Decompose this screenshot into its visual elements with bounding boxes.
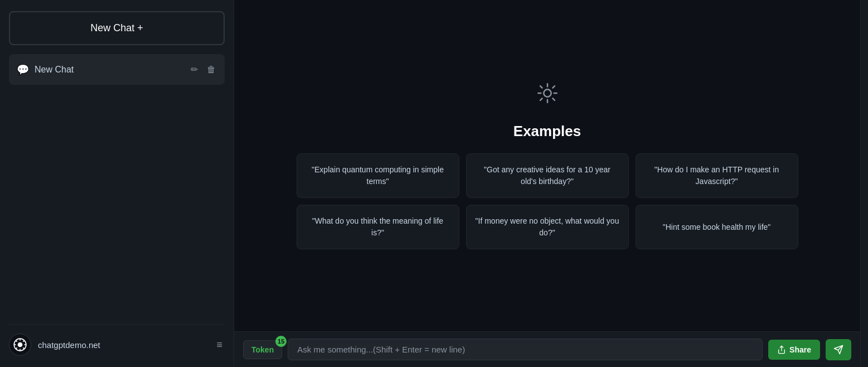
svg-line-6 — [16, 340, 17, 341]
edit-chat-button[interactable]: ✏ — [190, 63, 199, 76]
sidebar: New Chat + 💬 New Chat ✏ 🗑 — [0, 0, 234, 367]
chat-item-left: 💬 New Chat — [17, 64, 74, 76]
svg-line-17 — [552, 86, 555, 88]
new-chat-button[interactable]: New Chat + — [9, 11, 225, 45]
menu-icon-button[interactable]: ≡ — [214, 337, 225, 353]
examples-grid: "Explain quantum computing in simple ter… — [297, 153, 798, 249]
svg-line-9 — [16, 347, 17, 349]
chat-list-item[interactable]: 💬 New Chat ✏ 🗑 — [9, 54, 225, 85]
chat-area: Examples "Explain quantum computing in s… — [234, 0, 860, 331]
scrollbar-area — [860, 0, 868, 367]
chat-bubble-icon: 💬 — [17, 64, 29, 76]
example-card-4[interactable]: "What do you think the meaning of life i… — [297, 205, 459, 249]
svg-line-15 — [540, 86, 542, 88]
svg-line-7 — [23, 347, 24, 349]
svg-point-10 — [544, 89, 551, 96]
input-bar: Token 15 Share — [234, 331, 860, 367]
delete-chat-button[interactable]: 🗑 — [206, 63, 217, 76]
svg-line-8 — [23, 340, 24, 341]
chat-item-actions: ✏ 🗑 — [190, 63, 217, 76]
share-icon — [777, 345, 786, 354]
chat-input[interactable] — [288, 339, 763, 360]
example-card-3[interactable]: "How do I make an HTTP request in Javasc… — [636, 153, 798, 198]
send-icon — [833, 345, 843, 355]
share-button[interactable]: Share — [768, 340, 820, 360]
svg-line-18 — [540, 98, 542, 100]
example-card-2[interactable]: "Got any creative ideas for a 10 year ol… — [466, 153, 629, 198]
site-logo — [9, 334, 31, 356]
svg-line-16 — [552, 98, 555, 100]
chat-item-label: New Chat — [35, 65, 74, 75]
examples-section: Examples "Explain quantum computing in s… — [297, 82, 798, 249]
sidebar-bottom: chatgptdemo.net ≡ — [9, 324, 225, 356]
example-card-6[interactable]: "Hint some book health my life" — [636, 205, 798, 249]
site-name-label: chatgptdemo.net — [38, 340, 207, 350]
examples-sun-icon — [536, 82, 559, 109]
example-card-5[interactable]: "If money were no object, what would you… — [466, 205, 629, 249]
main-panel: Examples "Explain quantum computing in s… — [234, 0, 860, 367]
token-count-badge: 15 — [275, 336, 287, 347]
share-label: Share — [789, 345, 811, 354]
token-badge: Token 15 — [243, 340, 282, 359]
example-card-1[interactable]: "Explain quantum computing in simple ter… — [297, 153, 459, 198]
examples-title: Examples — [513, 123, 581, 140]
svg-point-1 — [18, 342, 23, 347]
send-button[interactable] — [826, 339, 851, 360]
